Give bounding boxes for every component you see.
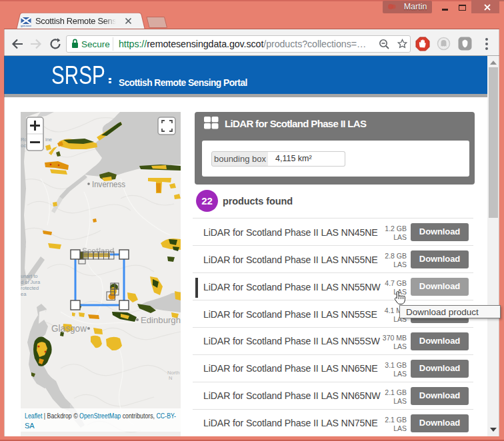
svg-text:unart to: unart to [21,273,37,279]
svg-text:Ro: Ro [21,137,27,143]
svg-text:N: N [169,375,172,381]
svg-text:Glasgow: Glasgow [51,323,87,334]
svg-text:ea: ea [21,291,27,297]
svg-text:gov.scot: gov.scot [21,24,31,27]
svg-text:Edinburgh: Edinburgh [141,315,181,325]
svg-text:ine: ine [45,137,52,143]
svg-text:rotected: rotected [21,285,39,291]
svg-text:d of Jura: d of Jura [21,279,41,285]
svg-text:Leaflet | Backdrop © OpenStree: Leaflet | Backdrop © OpenStreetMap contr… [25,412,176,420]
svg-text:SA: SA [25,422,35,430]
svg-text:Inverness: Inverness [92,179,125,189]
